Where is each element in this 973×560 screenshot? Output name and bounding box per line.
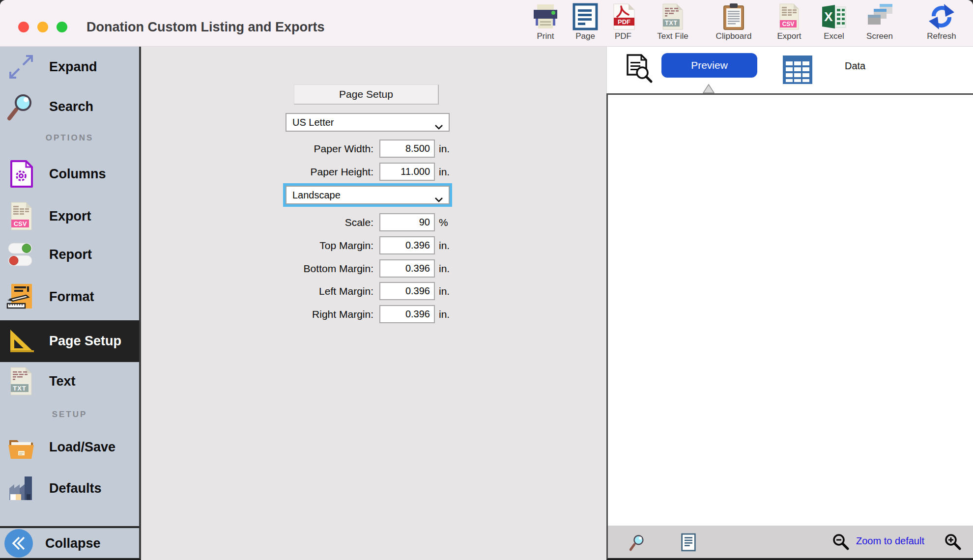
sidebar-section-setup: SETUP bbox=[0, 410, 139, 420]
zoom-to-default-link[interactable]: Zoom to default bbox=[856, 535, 924, 547]
right-margin-input[interactable] bbox=[379, 305, 435, 323]
paper-width-input[interactable] bbox=[379, 140, 435, 158]
magnifier-tool-button[interactable] bbox=[629, 533, 646, 552]
sidebar-item-label: Page Setup bbox=[49, 334, 121, 349]
right-margin-row: Right Margin: in. bbox=[141, 305, 465, 323]
left-margin-label: Left Margin: bbox=[141, 282, 373, 300]
format-pencil-ruler-icon bbox=[6, 282, 36, 311]
sidebar-item-label: Defaults bbox=[49, 481, 102, 496]
export-button[interactable]: CSV Export bbox=[766, 3, 813, 41]
txt-file-icon: TXT bbox=[6, 366, 36, 396]
set-square-icon bbox=[6, 327, 36, 356]
sidebar-item-label: Columns bbox=[49, 167, 106, 182]
preview-caret-icon bbox=[703, 84, 715, 95]
sidebar-item-label: Format bbox=[49, 289, 94, 305]
sidebar-item-report[interactable]: Report bbox=[0, 238, 139, 271]
collapse-label: Collapse bbox=[45, 536, 101, 551]
close-button[interactable] bbox=[18, 22, 29, 32]
minimize-button[interactable] bbox=[37, 22, 48, 32]
preview-bottom-bar: Zoom to default bbox=[606, 526, 973, 560]
paper-width-unit: in. bbox=[439, 140, 450, 158]
sidebar-item-label: Search bbox=[49, 99, 93, 114]
collapse-chevrons-icon bbox=[4, 529, 33, 558]
zoom-window-button[interactable] bbox=[57, 22, 67, 32]
paper-width-label: Paper Width: bbox=[141, 140, 373, 158]
toolbar-label-refresh: Refresh bbox=[918, 31, 965, 41]
sidebar-item-load-save[interactable]: Load/Save bbox=[0, 430, 139, 464]
data-table-icon[interactable] bbox=[782, 55, 813, 84]
refresh-button[interactable]: Refresh bbox=[918, 3, 965, 41]
sidebar-item-text[interactable]: TXT Text bbox=[0, 364, 139, 398]
svg-text:CSV: CSV bbox=[14, 220, 27, 227]
toolbar-label-export: Export bbox=[766, 31, 813, 41]
screen-button[interactable]: Screen bbox=[856, 3, 903, 41]
paper-height-input[interactable] bbox=[379, 163, 435, 181]
sidebar-item-expand[interactable]: Expand bbox=[0, 50, 139, 84]
sidebar-item-label: Load/Save bbox=[49, 440, 115, 455]
orientation-value: Landscape bbox=[292, 190, 341, 201]
svg-text:X: X bbox=[824, 9, 833, 24]
bottom-margin-row: Bottom Margin: in. bbox=[141, 259, 465, 278]
svg-text:TXT: TXT bbox=[13, 385, 27, 392]
pdf-button[interactable]: PDF PDF bbox=[600, 3, 647, 41]
chevron-down-icon bbox=[435, 121, 443, 132]
page-setup-header: Page Setup bbox=[294, 84, 439, 105]
bottom-margin-input[interactable] bbox=[379, 259, 435, 278]
tab-preview[interactable]: Preview bbox=[661, 53, 757, 78]
toggles-icon bbox=[6, 240, 36, 269]
top-margin-row: Top Margin: in. bbox=[141, 236, 465, 254]
clipboard-icon bbox=[710, 3, 757, 30]
zoom-in-icon[interactable] bbox=[944, 533, 961, 550]
page-setup-panel: Page Setup US Letter Paper Width: in. Pa… bbox=[141, 47, 606, 560]
sidebar-item-search[interactable]: Search bbox=[0, 90, 139, 123]
toolbar-label-screen: Screen bbox=[856, 31, 903, 41]
sidebar-item-label: Report bbox=[49, 247, 92, 262]
scale-unit: % bbox=[439, 213, 448, 231]
paper-height-label: Paper Height: bbox=[141, 163, 373, 181]
left-margin-input[interactable] bbox=[379, 282, 435, 300]
toolbar-label-excel: Excel bbox=[810, 31, 858, 41]
screen-windows-icon bbox=[856, 3, 903, 30]
paper-size-select[interactable]: US Letter bbox=[286, 113, 450, 132]
preview-tab-strip: Preview Data bbox=[606, 47, 973, 93]
expand-icon bbox=[6, 52, 36, 82]
search-icon bbox=[6, 92, 36, 121]
excel-button[interactable]: X Excel bbox=[810, 3, 858, 41]
factory-icon bbox=[6, 474, 36, 503]
sidebar-item-format[interactable]: Format bbox=[0, 280, 139, 313]
sidebar-item-page-setup[interactable]: Page Setup bbox=[0, 320, 139, 362]
tab-data[interactable]: Data bbox=[845, 60, 865, 72]
sidebar-item-label: Export bbox=[49, 209, 91, 224]
sidebar-item-columns[interactable]: Columns bbox=[0, 157, 139, 191]
chevron-down-icon bbox=[435, 194, 443, 205]
right-margin-label: Right Margin: bbox=[141, 305, 373, 323]
bottom-margin-unit: in. bbox=[439, 259, 450, 278]
toolbar-label-pdf: PDF bbox=[600, 31, 647, 41]
preview-canvas bbox=[606, 93, 973, 526]
columns-gear-icon bbox=[6, 159, 36, 189]
orientation-select[interactable]: Landscape bbox=[286, 186, 450, 204]
text-file-button[interactable]: TXT Text File bbox=[649, 3, 696, 41]
svg-text:PDF: PDF bbox=[618, 18, 630, 26]
toolbar-label-text-file: Text File bbox=[649, 31, 696, 41]
sidebar-item-defaults[interactable]: Defaults bbox=[0, 472, 139, 505]
paper-height-unit: in. bbox=[439, 163, 450, 181]
left-margin-unit: in. bbox=[439, 282, 450, 300]
scale-label: Scale: bbox=[141, 213, 373, 231]
report-document-icon[interactable] bbox=[681, 533, 696, 552]
clipboard-button[interactable]: Clipboard bbox=[710, 3, 757, 41]
top-margin-input[interactable] bbox=[379, 236, 435, 254]
tab-preview-label: Preview bbox=[691, 59, 728, 71]
paper-width-row: Paper Width: in. bbox=[141, 140, 465, 158]
csv-file-icon: CSV bbox=[766, 3, 813, 30]
paper-size-value: US Letter bbox=[292, 117, 334, 128]
top-margin-unit: in. bbox=[439, 236, 450, 254]
preview-document-magnifier-icon bbox=[624, 53, 654, 84]
title-bar: Donation Custom Listing and Exports Prin… bbox=[0, 0, 973, 47]
scale-input[interactable] bbox=[379, 213, 435, 231]
zoom-out-icon[interactable] bbox=[832, 533, 849, 550]
sidebar-collapse-button[interactable]: Collapse bbox=[0, 528, 139, 559]
sidebar: Expand Search OPTIONS Columns bbox=[0, 47, 141, 560]
sidebar-item-export[interactable]: CSV Export bbox=[0, 199, 139, 233]
scale-row: Scale: % bbox=[141, 213, 465, 231]
